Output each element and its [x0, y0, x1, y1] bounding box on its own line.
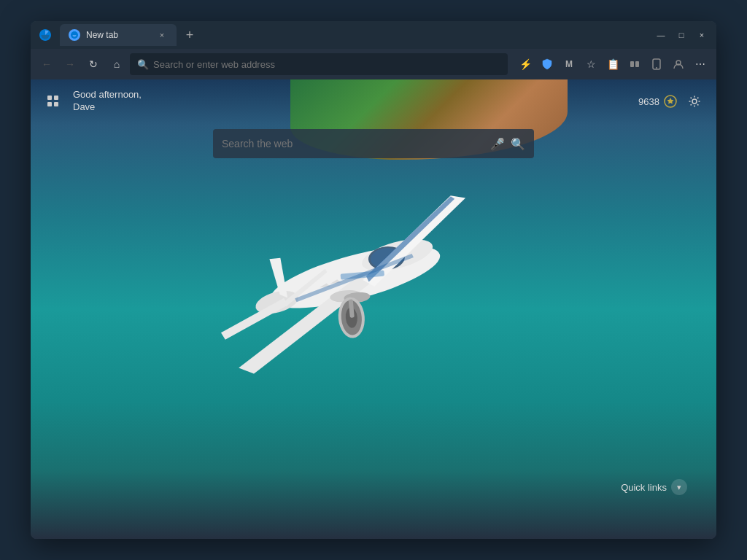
immersive-reader-icon[interactable]	[624, 54, 645, 74]
svg-rect-1	[630, 61, 634, 67]
maximize-button[interactable]: □	[673, 26, 690, 44]
svg-point-23	[692, 99, 697, 104]
toolbar-icons: ⚡ M ☆ 📋	[515, 54, 711, 74]
add-to-phone-icon[interactable]	[646, 54, 667, 74]
address-bar: ← → ↻ ⌂ 🔍 ⚡ M ☆ 📋	[31, 49, 716, 79]
browser-window: New tab × + — □ × ← → ↻ ⌂ 🔍 ⚡ M	[31, 21, 716, 539]
tab-title: New tab	[86, 30, 150, 40]
greeting-section: Good afternoon, Dave	[73, 89, 142, 114]
lightning-icon[interactable]: ⚡	[515, 54, 535, 74]
search-submit-icon[interactable]: 🔍	[511, 137, 525, 151]
greeting-line1: Good afternoon,	[73, 89, 142, 101]
rewards-points-value: 9638	[638, 96, 659, 107]
active-tab[interactable]: New tab ×	[60, 24, 177, 46]
close-button[interactable]: ×	[693, 26, 711, 44]
minimize-button[interactable]: —	[652, 26, 670, 44]
tab-favicon	[69, 29, 80, 41]
forward-button[interactable]: →	[60, 54, 80, 74]
settings-button[interactable]	[684, 91, 705, 112]
quick-links-label: Quick links	[621, 482, 667, 493]
page-header: Good afternoon, Dave 9638	[31, 79, 716, 123]
shield-icon[interactable]	[537, 54, 557, 74]
quick-links-button[interactable]: Quick links ▾	[621, 479, 687, 495]
svg-rect-19	[54, 96, 58, 100]
profile-icon[interactable]	[668, 54, 689, 74]
more-options-icon[interactable]: ⋯	[690, 54, 711, 74]
address-search-icon: 🔍	[137, 59, 149, 70]
address-input[interactable]	[153, 59, 500, 70]
browser-icon	[36, 26, 54, 44]
tab-close-button[interactable]: ×	[156, 29, 168, 41]
svg-point-4	[656, 67, 657, 69]
svg-rect-18	[47, 96, 52, 100]
search-input[interactable]	[222, 138, 484, 149]
title-bar: New tab × + — □ ×	[31, 21, 716, 49]
apps-grid-button[interactable]	[42, 90, 64, 112]
window-controls: — □ ×	[652, 26, 711, 44]
microphone-icon[interactable]: 🎤	[490, 137, 505, 151]
svg-rect-20	[47, 102, 52, 106]
quick-links-chevron-icon: ▾	[671, 479, 687, 495]
refresh-button[interactable]: ↻	[83, 54, 104, 74]
greeting-username: Dave	[73, 101, 142, 114]
search-container: 🎤 🔍	[213, 129, 534, 158]
header-right: 9638	[638, 91, 705, 112]
new-tab-button[interactable]: +	[179, 25, 200, 45]
back-button[interactable]: ←	[36, 54, 57, 74]
svg-rect-21	[54, 102, 58, 106]
search-bar[interactable]: 🎤 🔍	[213, 129, 534, 158]
reading-list-icon[interactable]: 📋	[603, 54, 623, 74]
favorites-icon[interactable]: ☆	[581, 54, 601, 74]
home-button[interactable]: ⌂	[107, 54, 127, 74]
collections-icon[interactable]: M	[559, 54, 579, 74]
new-tab-page: Good afternoon, Dave 9638	[31, 79, 716, 539]
rewards-section[interactable]: 9638	[638, 95, 677, 108]
address-input-wrapper[interactable]: 🔍	[130, 53, 508, 75]
svg-rect-2	[635, 61, 639, 67]
airplane-image	[161, 123, 549, 431]
